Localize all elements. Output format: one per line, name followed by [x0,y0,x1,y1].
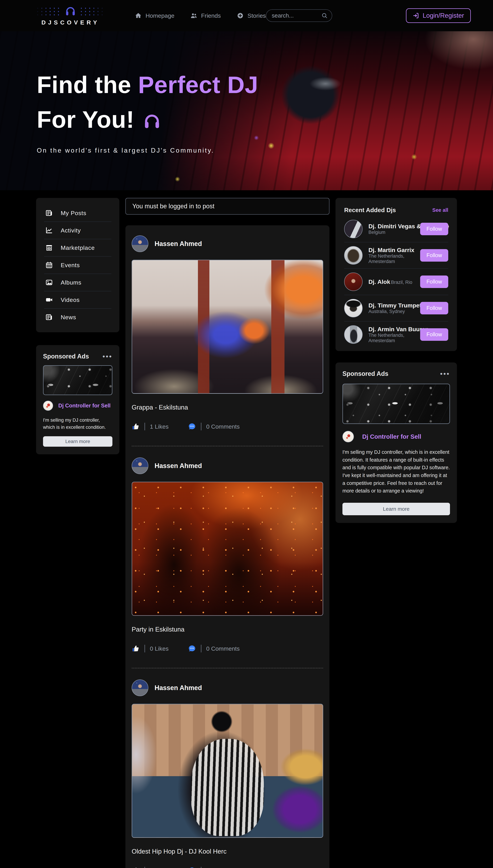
sponsored-ads-card-left: Sponsored Ads ••• Dj Controller for Sell… [36,345,119,454]
learn-more-button[interactable]: Learn more [342,503,450,515]
follow-button[interactable]: Follow [420,302,448,314]
ad-title-link[interactable]: Dj Controller for Sell [58,402,110,409]
sidebar-item-my-posts[interactable]: My Posts [44,205,111,222]
follow-button[interactable]: Follow [420,275,448,288]
ad-avatar [342,431,354,442]
login-register-button[interactable]: Login/Register [406,8,471,23]
post-image-party[interactable] [132,482,323,616]
dj-location: Australia, Sydney [368,309,405,314]
post-author-name[interactable]: Hassen Ahmed [154,684,202,691]
post: Hassen Ahmed Grappa - Eskilstuna 1 Likes… [132,235,323,431]
dj-name: Dj. Alok [368,278,390,285]
top-navbar: DJSCOVERY Homepage Friends S [0,0,493,31]
login-icon [413,12,419,19]
post-author-avatar[interactable] [132,680,148,696]
divider [145,423,145,430]
store-icon [45,244,53,252]
post-caption: Grappa - Eskilstuna [132,404,323,411]
post-footer: 0 Likes 0 Comments [132,645,323,653]
follow-button[interactable]: Follow [420,328,448,341]
post-separator [132,446,323,446]
like-icon[interactable] [132,645,140,653]
recent-djs-title: Recent Added Djs [344,207,396,213]
sidebar-item-news[interactable]: News [44,308,111,326]
dj-row: Dj. Armin Van Buuren The Netherlands, Am… [344,321,448,348]
post: Hassen Ahmed Oldest Hip Hop Dj - DJ Kool… [132,680,323,868]
like-icon[interactable] [132,867,140,868]
dj-row: Dj. Timmy Trumpet Australia, Sydney Foll… [344,295,448,321]
calendar-icon [45,261,53,269]
dj-name: Dj. Martin Garrix [368,247,414,253]
ad-image-dj-mixer[interactable] [43,365,112,395]
likes-count: 0 Likes [150,645,169,652]
divider [145,867,145,868]
video-icon [45,296,53,304]
dj-location: The Netherlands, Amesterdam [368,253,404,264]
hero-subtitle: On the world's first & largest DJ's Comm… [37,147,493,154]
nav-friends[interactable]: Friends [190,12,221,19]
post-caption: Party in Eskilstuna [132,626,323,633]
ad-title-link[interactable]: Dj Controller for Sell [362,433,421,440]
recent-added-djs-card: Recent Added Djs See all Dj. Dimitri Veg… [336,198,457,351]
ad-image-dj-mixer[interactable] [342,384,450,424]
post-footer: 0 Likes 0 Comments [132,867,323,868]
post-author-name[interactable]: Hassen Ahmed [154,240,202,248]
post: Hassen Ahmed Party in Eskilstuna 0 Likes… [132,457,323,653]
ad-description: I'm selling my DJ controller, which is i… [342,448,450,495]
sidebar-item-marketplace[interactable]: Marketplace [44,239,111,256]
posts-feed: Hassen Ahmed Grappa - Eskilstuna 1 Likes… [125,225,329,868]
divider [201,423,201,430]
ellipsis-icon[interactable]: ••• [103,355,112,358]
logo-text: DJSCOVERY [41,19,100,26]
nav-stories[interactable]: Stories [237,12,266,19]
dj-avatar [344,272,363,291]
sponsored-ads-card-right: Sponsored Ads ••• Dj Controller for Sell… [336,363,457,523]
post-author-name[interactable]: Hassen Ahmed [154,462,202,470]
dj-location: The Netherlands, Amesterdam [368,333,404,343]
left-column: My Posts Activity Marketplace Events Alb… [36,198,119,454]
learn-more-button[interactable]: Learn more [43,436,112,447]
ad-avatar [43,401,53,411]
right-column: Recent Added Djs See all Dj. Dimitri Veg… [336,198,457,523]
comment-icon[interactable] [188,422,196,431]
follow-button[interactable]: Follow [420,249,448,262]
headphones-icon [142,112,162,130]
friends-icon [190,12,197,19]
comment-icon[interactable] [188,867,196,868]
sidebar-item-videos[interactable]: Videos [44,291,111,308]
like-icon[interactable] [132,422,140,431]
sidebar-menu: My Posts Activity Marketplace Events Alb… [36,198,119,332]
dj-row: Dj. Alok Brazil, Rio Follow [344,268,448,295]
dj-name: Dj. Armin Van Buuren [368,326,429,332]
nav-homepage[interactable]: Homepage [135,12,174,19]
search-icon[interactable] [321,13,328,19]
hero-banner: Find the Perfect DJ For You! On the worl… [0,31,493,190]
sidebar-item-events[interactable]: Events [44,256,111,274]
post-author-avatar[interactable] [132,235,148,252]
dj-avatar [344,325,363,344]
logo-halftone-right [79,6,105,17]
post-separator [132,668,323,668]
see-all-link[interactable]: See all [432,207,448,213]
likes-count: 1 Likes [150,423,169,430]
stories-icon [237,12,244,19]
post-image-kool-herc[interactable] [132,704,323,838]
newspaper-icon [45,209,53,217]
main-content: My Posts Activity Marketplace Events Alb… [0,190,493,868]
dj-row: Dj. Martin Garrix The Netherlands, Amest… [344,242,448,268]
follow-button[interactable]: Follow [420,223,448,235]
search [266,9,332,22]
ellipsis-icon[interactable]: ••• [440,372,450,375]
post-image-lounge[interactable] [132,260,323,394]
hero-title-accent: Perfect DJ [138,71,258,98]
comments-count: 0 Comments [206,867,240,868]
comment-icon[interactable] [188,645,196,653]
dj-location: Belgium [368,230,385,235]
sidebar-item-albums[interactable]: Albums [44,274,111,291]
logo[interactable]: DJSCOVERY [36,5,105,26]
sidebar-item-activity[interactable]: Activity [44,222,111,239]
hero-title: Find the Perfect DJ For You! [37,67,493,137]
divider [201,645,201,653]
post-author-avatar[interactable] [132,457,148,474]
feed-column: You must be logged in to post Hassen Ahm… [125,198,329,868]
